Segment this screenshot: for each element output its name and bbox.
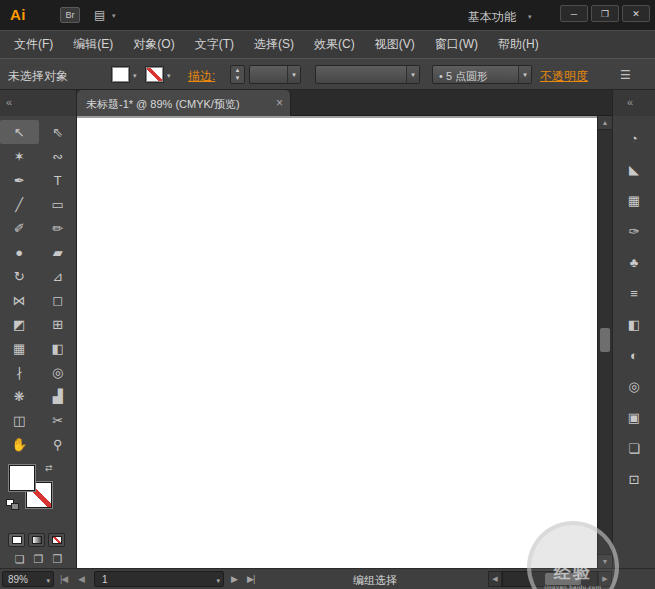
- menu-window[interactable]: 窗口(W): [425, 31, 488, 58]
- artboard-navigation-combo[interactable]: 1 ▾: [94, 571, 224, 587]
- right-dock-header[interactable]: «: [612, 90, 655, 116]
- stroke-swatch-caret-icon[interactable]: ▾: [167, 72, 171, 80]
- menu-edit[interactable]: 编辑(E): [63, 31, 123, 58]
- brush-definition-caret-icon[interactable]: ▾: [518, 66, 531, 83]
- tool-blob-brush[interactable]: ●: [0, 240, 39, 264]
- last-artboard-icon[interactable]: ▶|: [247, 574, 254, 584]
- none-button[interactable]: [48, 533, 65, 547]
- zoom-level-combo[interactable]: 89% ▾: [2, 571, 54, 587]
- stroke-color-swatch[interactable]: [146, 67, 163, 82]
- first-artboard-icon[interactable]: |◀: [60, 574, 67, 584]
- draw-normal-icon[interactable]: ❏: [15, 553, 25, 566]
- menu-object[interactable]: 对象(O): [123, 31, 184, 58]
- tool-hand[interactable]: ✋: [0, 432, 39, 456]
- tool-selection[interactable]: ↖: [0, 120, 39, 144]
- stroke-weight-combo[interactable]: ▾: [249, 65, 301, 84]
- tool-free-transform[interactable]: ◻: [39, 288, 78, 312]
- tool-pencil[interactable]: ✏: [39, 216, 78, 240]
- workspace-caret-icon[interactable]: ▾: [528, 13, 532, 21]
- tool-magic-wand[interactable]: ✶: [0, 144, 39, 168]
- bridge-icon[interactable]: Br: [60, 7, 80, 23]
- tool-rotate[interactable]: ↻: [0, 264, 39, 288]
- panel-artboards-icon[interactable]: ⊡: [613, 464, 655, 495]
- scroll-up-icon[interactable]: ▲: [598, 116, 612, 130]
- menu-view[interactable]: 视图(V): [365, 31, 425, 58]
- tool-zoom[interactable]: ⚲: [39, 432, 78, 456]
- close-button[interactable]: ✕: [622, 5, 650, 22]
- tool-slice[interactable]: ✂: [39, 408, 78, 432]
- tool-symbol-sprayer[interactable]: ❋: [0, 384, 39, 408]
- menu-file[interactable]: 文件(F): [4, 31, 63, 58]
- stepper-down-icon[interactable]: ▼: [231, 74, 244, 82]
- menu-type[interactable]: 文字(T): [185, 31, 244, 58]
- previous-artboard-icon[interactable]: ◀: [78, 574, 84, 584]
- stepper-up-icon[interactable]: ▲: [231, 66, 244, 74]
- tool-gradient[interactable]: ◧: [39, 336, 78, 360]
- tools-panel-header[interactable]: «: [0, 90, 77, 116]
- color-button[interactable]: [8, 533, 25, 547]
- tool-shape-builder[interactable]: ◩: [0, 312, 39, 336]
- menu-effect[interactable]: 效果(C): [304, 31, 365, 58]
- panel-appearance-icon[interactable]: ◎: [613, 371, 655, 402]
- width-profile-combo[interactable]: ▾: [315, 65, 420, 84]
- minimize-button[interactable]: ─: [560, 5, 588, 22]
- panel-color-guide-icon[interactable]: ◣: [613, 154, 655, 185]
- panel-symbols-icon[interactable]: ♣: [613, 247, 655, 278]
- panel-brushes-icon[interactable]: ✑: [613, 216, 655, 247]
- tool-paintbrush[interactable]: ✐: [0, 216, 39, 240]
- vertical-scroll-thumb[interactable]: [600, 328, 610, 352]
- draw-inside-icon[interactable]: ❒: [52, 553, 62, 566]
- gradient-button[interactable]: [28, 533, 45, 547]
- panel-transparency-icon[interactable]: ◐: [613, 340, 655, 371]
- zoom-caret-icon[interactable]: ▾: [46, 577, 50, 585]
- tool-lasso[interactable]: ∾: [39, 144, 78, 168]
- tool-eraser[interactable]: ▰: [39, 240, 78, 264]
- collapse-tools-icon[interactable]: «: [6, 96, 12, 108]
- stroke-panel-link[interactable]: 描边:: [188, 68, 215, 85]
- control-panel-menu-icon[interactable]: ☰: [620, 68, 631, 82]
- tool-perspective-grid[interactable]: ⊞: [39, 312, 78, 336]
- artboard-canvas[interactable]: [77, 116, 597, 568]
- tool-direct-selection[interactable]: ⇖: [39, 120, 78, 144]
- stroke-weight-caret-icon[interactable]: ▾: [287, 66, 300, 83]
- panel-swatches-icon[interactable]: ▦: [613, 185, 655, 216]
- panel-gradient-icon[interactable]: ◧: [613, 309, 655, 340]
- document-tab[interactable]: 未标题-1* @ 89% (CMYK/预览) ×: [77, 90, 291, 116]
- fill-indicator[interactable]: [9, 465, 35, 491]
- draw-behind-icon[interactable]: ❐: [34, 553, 44, 566]
- tool-mesh[interactable]: ▦: [0, 336, 39, 360]
- panel-layers-icon[interactable]: ❏: [613, 433, 655, 464]
- fill-color-swatch[interactable]: [112, 67, 129, 82]
- stroke-weight-stepper[interactable]: ▲ ▼: [230, 65, 245, 84]
- arrange-documents-caret-icon[interactable]: ▾: [112, 12, 116, 20]
- artboard-caret-icon[interactable]: ▾: [216, 577, 220, 585]
- width-profile-caret-icon[interactable]: ▾: [406, 66, 419, 83]
- tool-column-graph[interactable]: ▟: [39, 384, 78, 408]
- vertical-scrollbar[interactable]: ▲ ▼: [597, 116, 612, 568]
- panel-graphic-styles-icon[interactable]: ▣: [613, 402, 655, 433]
- scroll-left-icon[interactable]: ◀: [488, 571, 502, 587]
- opacity-panel-link[interactable]: 不透明度: [540, 68, 588, 85]
- tool-type[interactable]: T: [39, 168, 78, 192]
- menu-select[interactable]: 选择(S): [244, 31, 304, 58]
- tool-scale[interactable]: ⊿: [39, 264, 78, 288]
- arrange-documents-icon[interactable]: ▤: [94, 8, 105, 22]
- fill-swatch-caret-icon[interactable]: ▾: [133, 72, 137, 80]
- restore-button[interactable]: ❐: [591, 5, 619, 22]
- tool-artboard[interactable]: ◫: [0, 408, 39, 432]
- panel-stroke-icon[interactable]: ≡: [613, 278, 655, 309]
- next-artboard-icon[interactable]: ▶: [231, 574, 237, 584]
- tool-width[interactable]: ⋈: [0, 288, 39, 312]
- tool-blend[interactable]: ◎: [39, 360, 78, 384]
- document-tab-close-icon[interactable]: ×: [276, 96, 283, 110]
- menu-help[interactable]: 帮助(H): [488, 31, 549, 58]
- tool-eyedropper[interactable]: ∤: [0, 360, 39, 384]
- brush-definition-combo[interactable]: • 5 点圆形 ▾: [432, 65, 532, 84]
- swap-fill-stroke-icon[interactable]: ⇄: [45, 463, 53, 473]
- tool-rectangle[interactable]: ▭: [39, 192, 78, 216]
- tool-line-segment[interactable]: ╱: [0, 192, 39, 216]
- panel-color-icon[interactable]: ◔: [613, 123, 655, 154]
- tool-pen[interactable]: ✒: [0, 168, 39, 192]
- expand-dock-icon[interactable]: «: [627, 96, 633, 108]
- workspace-switcher[interactable]: 基本功能: [468, 9, 516, 26]
